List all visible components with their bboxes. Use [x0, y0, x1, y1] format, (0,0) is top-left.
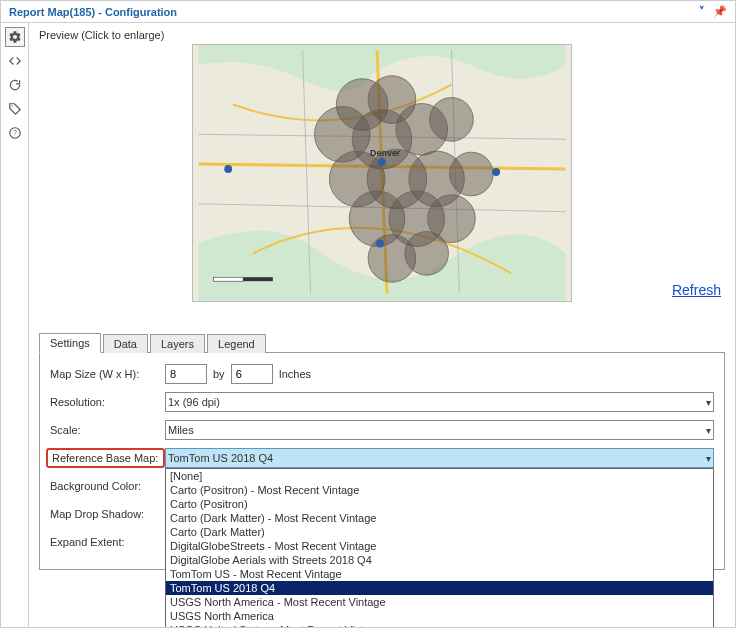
titlebar-controls: ˅ 📌	[699, 5, 727, 18]
select-resolution[interactable]: 1x (96 dpi) ▾	[165, 392, 714, 412]
tab-settings[interactable]: Settings	[39, 333, 101, 353]
label-resolution: Resolution:	[50, 396, 165, 408]
label-reference-base-map: Reference Base Map:	[46, 448, 165, 468]
label-expand-extent: Expand Extent:	[50, 536, 165, 548]
select-rbm-value: TomTom US 2018 Q4	[168, 452, 273, 464]
dropdown-item[interactable]: Carto (Dark Matter)	[166, 525, 713, 539]
tab-data[interactable]: Data	[103, 334, 148, 353]
tabs-row: Settings Data Layers Legend	[39, 332, 725, 353]
chevron-down-icon[interactable]: ˅	[699, 5, 705, 18]
label-map-size: Map Size (W x H):	[50, 368, 165, 380]
svg-rect-24	[213, 277, 243, 281]
by-text: by	[213, 368, 225, 380]
window-title: Report Map(185) - Configuration	[9, 6, 177, 18]
row-resolution: Resolution: 1x (96 dpi) ▾	[50, 391, 714, 413]
dropdown-item[interactable]: USGS United States - Most Recent Vintage	[166, 623, 713, 627]
row-scale: Scale: Miles ▾	[50, 419, 714, 441]
sidebar: ?	[1, 23, 29, 627]
map-city-label: Denver	[370, 148, 401, 158]
refresh-link[interactable]: Refresh	[672, 282, 721, 298]
dropdown-item[interactable]: USGS North America	[166, 609, 713, 623]
content-area: Preview (Click to enlarge)	[29, 23, 735, 627]
map-preview[interactable]: Denver	[192, 44, 572, 302]
titlebar: Report Map(185) - Configuration ˅ 📌	[1, 1, 735, 23]
dropdown-item[interactable]: DigitalGlobeStreets - Most Recent Vintag…	[166, 539, 713, 553]
dropdown-item[interactable]: USGS North America - Most Recent Vintage	[166, 595, 713, 609]
preview-label: Preview (Click to enlarge)	[39, 29, 725, 41]
units-text: Inches	[279, 368, 311, 380]
select-scale-value: Miles	[168, 424, 194, 436]
dropdown-item[interactable]: Carto (Positron)	[166, 497, 713, 511]
tab-legend[interactable]: Legend	[207, 334, 266, 353]
svg-point-0	[11, 105, 12, 106]
pin-icon[interactable]: 📌	[713, 5, 727, 18]
code-icon[interactable]	[5, 51, 25, 71]
main-area: ? Preview (Click to enlarge)	[1, 23, 735, 627]
select-scale[interactable]: Miles ▾	[165, 420, 714, 440]
svg-text:?: ?	[13, 129, 17, 136]
input-height[interactable]	[231, 364, 273, 384]
tab-layers[interactable]: Layers	[150, 334, 205, 353]
settings-body: Map Size (W x H): by Inches Resolution: …	[39, 353, 725, 570]
select-resolution-value: 1x (96 dpi)	[168, 396, 220, 408]
svg-point-22	[376, 239, 384, 247]
dropdown-item[interactable]: TomTom US 2018 Q4	[166, 581, 713, 595]
row-reference-base-map: Reference Base Map: TomTom US 2018 Q4 ▾ …	[50, 447, 714, 469]
dropdown-item[interactable]: DigitalGlobe Aerials with Streets 2018 Q…	[166, 553, 713, 567]
dropdown-item[interactable]: [None]	[166, 469, 713, 483]
dropdown-item[interactable]: Carto (Dark Matter) - Most Recent Vintag…	[166, 511, 713, 525]
chevron-down-icon: ▾	[706, 453, 711, 464]
dropdown-item[interactable]: Carto (Positron) - Most Recent Vintage	[166, 483, 713, 497]
chevron-down-icon: ▾	[706, 397, 711, 408]
svg-point-21	[492, 168, 500, 176]
dropdown-reference-base-map[interactable]: [None]Carto (Positron) - Most Recent Vin…	[165, 468, 714, 627]
help-icon[interactable]: ?	[5, 123, 25, 143]
input-width[interactable]	[165, 364, 207, 384]
label-scale: Scale:	[50, 424, 165, 436]
select-reference-base-map[interactable]: TomTom US 2018 Q4 ▾	[165, 448, 714, 468]
svg-point-13	[449, 152, 493, 196]
svg-point-9	[430, 98, 474, 142]
refresh-icon[interactable]	[5, 75, 25, 95]
tag-icon[interactable]	[5, 99, 25, 119]
label-background-color: Background Color:	[50, 480, 165, 492]
dropdown-item[interactable]: TomTom US - Most Recent Vintage	[166, 567, 713, 581]
gear-icon[interactable]	[5, 27, 25, 47]
row-map-size: Map Size (W x H): by Inches	[50, 363, 714, 385]
svg-point-18	[405, 232, 449, 276]
chevron-down-icon: ▾	[706, 425, 711, 436]
map-canvas: Denver	[193, 45, 571, 301]
svg-point-19	[224, 165, 232, 173]
preview-section: Preview (Click to enlarge)	[39, 29, 725, 302]
label-map-drop-shadow: Map Drop Shadow:	[50, 508, 165, 520]
svg-point-20	[378, 158, 386, 166]
